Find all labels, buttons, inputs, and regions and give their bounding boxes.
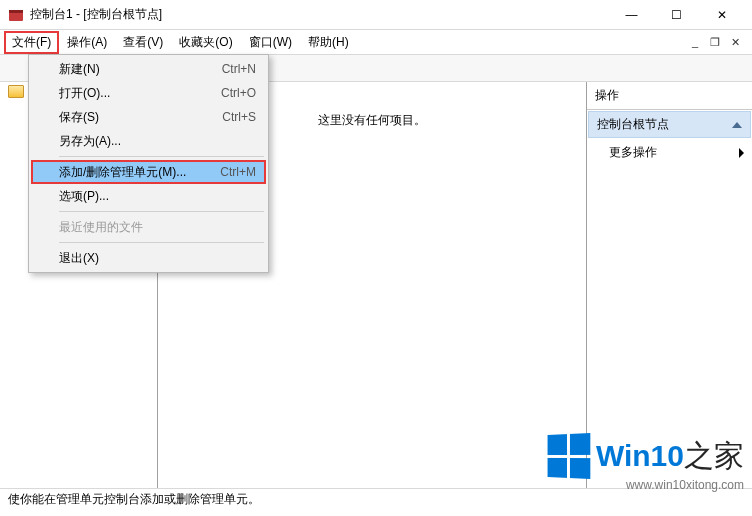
menu-item-label: 退出(X) [59,250,256,267]
mdi-restore-button[interactable]: ❐ [706,34,724,50]
menu-view[interactable]: 查看(V) [115,31,171,54]
mdi-close-button[interactable]: ✕ [726,34,744,50]
menu-item-label: 添加/删除管理单元(M)... [59,164,220,181]
svg-rect-1 [9,10,23,13]
mdi-minimize-button[interactable]: _ [686,34,704,50]
menu-item-label: 另存为(A)... [59,133,256,150]
menu-item-save[interactable]: 保存(S) Ctrl+S [31,105,266,129]
menu-item-new[interactable]: 新建(N) Ctrl+N [31,57,266,81]
menu-separator [59,156,264,157]
minimize-button[interactable]: — [609,1,654,29]
menu-item-saveas[interactable]: 另存为(A)... [31,129,266,153]
watermark-brand: Win10之家 [596,436,744,477]
app-icon [8,7,24,23]
menu-item-options[interactable]: 选项(P)... [31,184,266,208]
close-button[interactable]: ✕ [699,1,744,29]
menu-item-exit[interactable]: 退出(X) [31,246,266,270]
windows-logo-icon [547,433,590,479]
title-bar: 控制台1 - [控制台根节点] — ☐ ✕ [0,0,752,30]
action-more[interactable]: 更多操作 [587,139,752,166]
menu-item-accel: Ctrl+S [222,110,256,124]
action-group-header[interactable]: 控制台根节点 [588,111,751,138]
watermark: Win10之家 www.win10xitong.com [546,434,744,492]
menu-item-accel: Ctrl+O [221,86,256,100]
menu-item-label: 保存(S) [59,109,222,126]
menu-separator [59,211,264,212]
mdi-controls: _ ❐ ✕ [686,34,748,50]
menu-item-label: 打开(O)... [59,85,221,102]
menu-item-add-remove-snapin[interactable]: 添加/删除管理单元(M)... Ctrl+M [31,160,266,184]
maximize-button[interactable]: ☐ [654,1,699,29]
status-text: 使你能在管理单元控制台添加或删除管理单元。 [8,491,260,508]
menu-item-label: 新建(N) [59,61,222,78]
action-label: 更多操作 [609,144,657,161]
menu-item-open[interactable]: 打开(O)... Ctrl+O [31,81,266,105]
menu-action[interactable]: 操作(A) [59,31,115,54]
menu-separator [59,242,264,243]
action-pane: 操作 控制台根节点 更多操作 [587,82,752,488]
menu-file[interactable]: 文件(F) [4,31,59,54]
menu-item-label: 最近使用的文件 [59,219,256,236]
menu-fav[interactable]: 收藏夹(O) [171,31,240,54]
window-title: 控制台1 - [控制台根节点] [30,6,609,23]
action-group-label: 控制台根节点 [597,116,669,133]
menu-item-accel: Ctrl+M [220,165,256,179]
window-controls: — ☐ ✕ [609,1,744,29]
action-pane-header: 操作 [587,82,752,110]
menu-item-accel: Ctrl+N [222,62,256,76]
menu-bar: 文件(F) 操作(A) 查看(V) 收藏夹(O) 窗口(W) 帮助(H) _ ❐… [0,30,752,54]
collapse-icon [732,122,742,128]
file-menu-dropdown: 新建(N) Ctrl+N 打开(O)... Ctrl+O 保存(S) Ctrl+… [28,54,269,273]
chevron-right-icon [739,148,744,158]
watermark-url: www.win10xitong.com [546,478,744,492]
menu-item-label: 选项(P)... [59,188,256,205]
folder-icon [8,85,24,98]
empty-message: 这里没有任何项目。 [318,112,426,129]
menu-window[interactable]: 窗口(W) [241,31,300,54]
menu-help[interactable]: 帮助(H) [300,31,357,54]
menu-item-recent: 最近使用的文件 [31,215,266,239]
